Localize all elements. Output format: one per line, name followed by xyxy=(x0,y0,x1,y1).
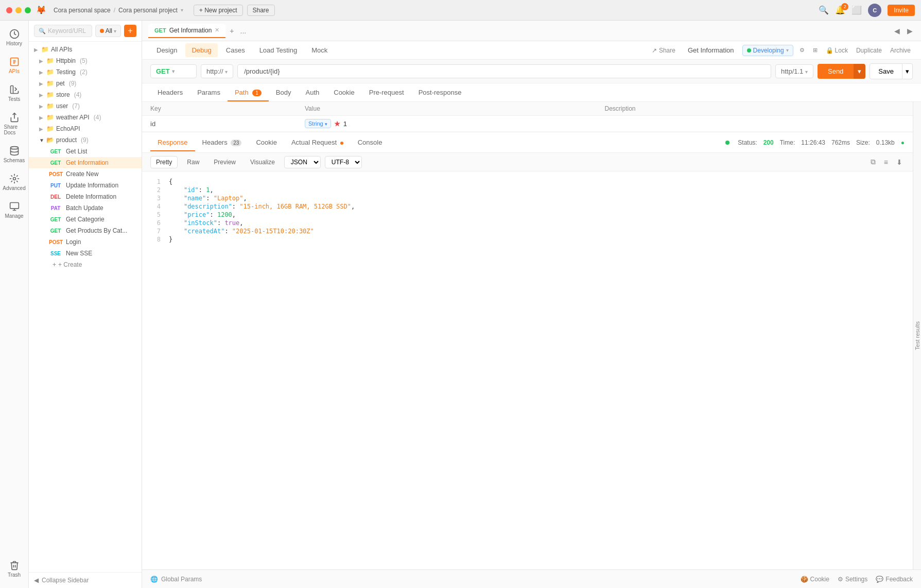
tree-item-create-new[interactable]: POST Create New xyxy=(29,168,142,180)
tab-cases[interactable]: Cases xyxy=(220,43,251,57)
project-name-label[interactable]: Cora personal project xyxy=(118,7,178,14)
tab-post-response[interactable]: Post-response xyxy=(411,84,469,101)
archive-button[interactable]: Archive xyxy=(888,45,913,56)
response-tab-actual-request[interactable]: Actual Request xyxy=(284,134,351,151)
sidebar-item-advanced[interactable]: Advanced xyxy=(2,169,27,195)
method-select[interactable]: GET ▾ xyxy=(150,64,197,78)
tree-item-delete-info[interactable]: DEL Delete Information xyxy=(29,191,142,202)
search-icon[interactable]: 🔍 xyxy=(819,5,829,15)
tree-item-pet[interactable]: ▶ 📁 pet (9) xyxy=(29,78,142,89)
type-select[interactable]: String ▾ xyxy=(305,119,331,128)
tree-item-get-products-by-cat[interactable]: GET Get Products By Cat... xyxy=(29,225,142,236)
send-button[interactable]: Send xyxy=(818,64,854,79)
avatar[interactable]: C xyxy=(868,4,881,17)
tree-item-update-info[interactable]: PUT Update Information xyxy=(29,180,142,191)
sidebar-item-tests[interactable]: Tests xyxy=(2,80,27,106)
notifications[interactable]: 🔔 2 xyxy=(835,5,845,15)
filter-button[interactable]: All ▾ xyxy=(95,25,121,37)
tree-item-batch-update[interactable]: PAT Batch Update xyxy=(29,202,142,214)
tree-item-weather[interactable]: ▶ 📁 weather API (4) xyxy=(29,112,142,123)
tab-path[interactable]: Path 1 xyxy=(228,84,269,101)
cookie-button[interactable]: 🍪 Cookie xyxy=(801,576,829,583)
active-tab[interactable]: GET Get Information ✕ xyxy=(148,24,225,38)
share-button[interactable]: Share xyxy=(247,5,275,16)
create-button[interactable]: + + Create xyxy=(29,259,142,270)
more-tabs-button[interactable]: ... xyxy=(238,25,249,37)
layout-icon[interactable]: ⊞ xyxy=(811,45,820,56)
tab-headers[interactable]: Headers xyxy=(150,84,190,101)
tree-item-get-list[interactable]: GET Get List xyxy=(29,146,142,157)
share-button[interactable]: ↗ Share xyxy=(648,45,680,56)
url-path-input[interactable] xyxy=(237,64,771,78)
download-button[interactable]: ⬇ xyxy=(894,157,905,167)
test-results-panel[interactable]: Test results xyxy=(913,102,921,569)
lock-button[interactable]: 🔒 Lock xyxy=(824,45,850,56)
response-tab-response[interactable]: Response xyxy=(150,134,195,151)
tab-load-testing[interactable]: Load Testing xyxy=(253,43,304,57)
duplicate-button[interactable]: Duplicate xyxy=(854,45,884,56)
tree-item-get-categorie[interactable]: GET Get Categorie xyxy=(29,214,142,225)
maximize-button[interactable] xyxy=(25,7,31,13)
tab-cookie[interactable]: Cookie xyxy=(326,84,361,101)
feedback-button[interactable]: 💬 Feedback xyxy=(876,576,913,583)
sidebar-item-manage[interactable]: Manage xyxy=(2,197,27,223)
tree-item-all-apis[interactable]: ▶ 📁 All APIs xyxy=(29,44,142,55)
dev-status-dot xyxy=(747,48,751,53)
tab-auth[interactable]: Auth xyxy=(299,84,327,101)
tree-item-echoapi[interactable]: ▶ 📁 EchoAPI xyxy=(29,123,142,134)
right-arrow-button[interactable]: ▶ xyxy=(905,25,915,37)
tab-pre-request[interactable]: Pre-request xyxy=(362,84,411,101)
url-scheme-select[interactable]: http:// ▾ xyxy=(201,64,233,78)
save-button[interactable]: Save xyxy=(870,63,902,79)
svg-point-4 xyxy=(13,178,15,180)
sidebar-item-apis[interactable]: APIs xyxy=(2,53,27,78)
new-project-button[interactable]: + New project xyxy=(194,5,243,16)
http-version-select[interactable]: http/1.1 ▾ xyxy=(775,64,813,78)
tree-item-new-sse[interactable]: SSE New SSE xyxy=(29,248,142,259)
settings-button[interactable]: ⚙ Settings xyxy=(838,576,867,583)
response-tab-headers[interactable]: Headers 23 xyxy=(195,134,249,151)
invite-button[interactable]: Invite xyxy=(888,5,915,16)
tree-item-store[interactable]: ▶ 📁 store (4) xyxy=(29,89,142,100)
close-button[interactable] xyxy=(6,7,12,13)
tree-item-httpbin[interactable]: ▶ 📁 Httpbin (5) xyxy=(29,55,142,66)
sidebar-item-share-docs[interactable]: Share Docs xyxy=(2,108,27,140)
format-type-select[interactable]: JSON XML Text xyxy=(284,156,321,168)
settings-icon[interactable]: ⚙ xyxy=(797,45,807,56)
tab-design[interactable]: Design xyxy=(150,43,183,57)
tree-item-login[interactable]: POST Login xyxy=(29,236,142,248)
tab-params[interactable]: Params xyxy=(190,84,228,101)
send-dropdown-button[interactable]: ▾ xyxy=(854,64,865,79)
tab-mock[interactable]: Mock xyxy=(305,43,334,57)
global-params-button[interactable]: 🌐 Global Params xyxy=(150,576,202,583)
tab-body[interactable]: Body xyxy=(269,84,299,101)
response-tab-cookie[interactable]: Cookie xyxy=(249,134,284,151)
tree-item-product[interactable]: ▼ 📂 product (9) xyxy=(29,134,142,146)
search-box[interactable]: 🔍 Keyword/URL xyxy=(34,25,92,37)
minimize-button[interactable] xyxy=(15,7,22,13)
layout-icon[interactable]: ⬜ xyxy=(852,5,862,15)
format-tab-visualize[interactable]: Visualize xyxy=(245,157,280,168)
developing-badge[interactable]: Developing ▾ xyxy=(742,45,793,56)
format-tab-raw[interactable]: Raw xyxy=(182,157,204,168)
personal-space-label[interactable]: Cora personal space xyxy=(54,7,111,14)
sidebar-item-schemas[interactable]: Schemas xyxy=(2,142,27,167)
tree-item-testing[interactable]: ▶ 📁 Testing (2) xyxy=(29,66,142,78)
save-dropdown-button[interactable]: ▾ xyxy=(902,63,913,79)
encoding-select[interactable]: UTF-8 xyxy=(325,156,362,168)
tab-close-icon[interactable]: ✕ xyxy=(215,27,219,33)
collapse-sidebar-button[interactable]: ◀ Collapse Sidebar xyxy=(29,572,142,588)
format-tab-pretty[interactable]: Pretty xyxy=(150,156,178,168)
sidebar-item-history[interactable]: History xyxy=(2,25,27,50)
format-tab-preview[interactable]: Preview xyxy=(208,157,241,168)
tab-debug[interactable]: Debug xyxy=(185,43,217,57)
wrap-button[interactable]: ≡ xyxy=(882,157,890,167)
add-button[interactable]: + xyxy=(124,25,136,37)
left-arrow-button[interactable]: ◀ xyxy=(892,25,902,37)
add-tab-button[interactable]: + xyxy=(228,25,236,37)
copy-button[interactable]: ⧉ xyxy=(868,157,878,167)
tree-item-get-information[interactable]: GET Get Information xyxy=(29,157,142,168)
sidebar-item-trash[interactable]: Trash xyxy=(2,556,27,582)
tree-item-user[interactable]: ▶ 📁 user (7) xyxy=(29,100,142,112)
response-tab-console[interactable]: Console xyxy=(351,134,390,151)
